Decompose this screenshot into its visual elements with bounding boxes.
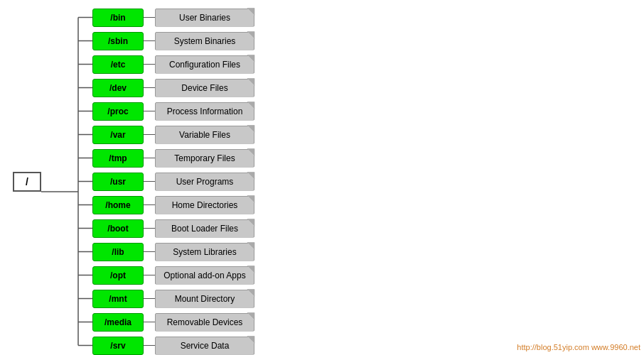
dir-node-usr: /usr [92,173,144,191]
desc-node-boot: Boot Loader Files [155,219,254,238]
desc-node-mnt: Mount Directory [155,290,254,308]
desc-node-tmp: Temporary Files [155,149,254,168]
filesystem-diagram: / /binUser Binaries/sbinSystem Binaries/… [0,0,644,355]
desc-node-etc: Configuration Files [155,55,254,74]
desc-node-sbin: System Binaries [155,32,254,50]
dir-node-proc: /proc [92,102,144,121]
dir-node-bin: /bin [92,9,144,27]
desc-node-lib: System Libraries [155,243,254,261]
watermark: http://blog.51yip.com www.9960.net [517,343,640,351]
desc-node-usr: User Programs [155,173,254,191]
root-node: / [13,172,41,192]
dir-node-var: /var [92,126,144,144]
desc-node-dev: Device Files [155,79,254,97]
dir-node-boot: /boot [92,219,144,238]
root-label: / [26,176,28,187]
desc-node-proc: Process Information [155,102,254,121]
dir-node-sbin: /sbin [92,32,144,50]
dir-node-srv: /srv [92,337,144,355]
desc-node-srv: Service Data [155,337,254,355]
desc-node-opt: Optional add-on Apps [155,266,254,285]
desc-node-media: Removable Devices [155,313,254,332]
desc-node-bin: User Binaries [155,9,254,27]
dir-node-mnt: /mnt [92,290,144,308]
desc-node-home: Home Directories [155,196,254,214]
dir-node-etc: /etc [92,55,144,74]
dir-node-media: /media [92,313,144,332]
dir-node-tmp: /tmp [92,149,144,168]
dir-node-dev: /dev [92,79,144,97]
dir-node-home: /home [92,196,144,214]
desc-node-var: Variable Files [155,126,254,144]
dir-node-lib: /lib [92,243,144,261]
dir-node-opt: /opt [92,266,144,285]
